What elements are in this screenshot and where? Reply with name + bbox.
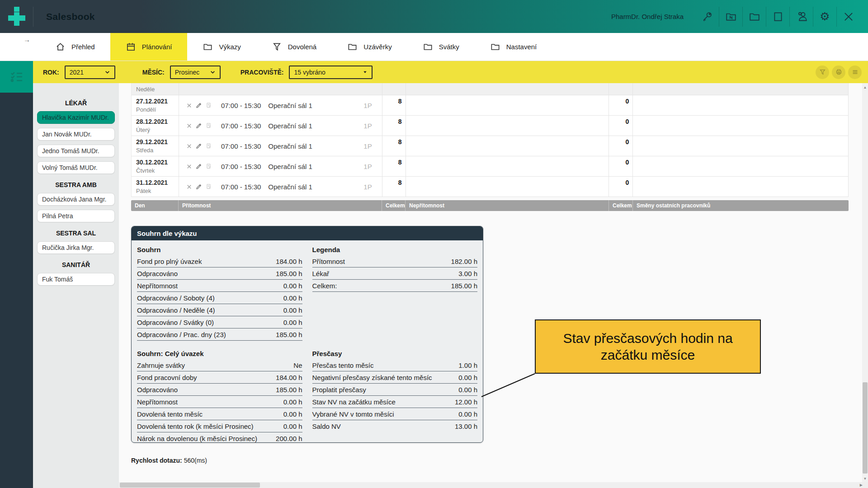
summary-row: Stav NV na začátku měsíce12.00 h — [312, 396, 478, 408]
sidebar-person[interactable]: Docházková Jana Mgr. — [37, 193, 115, 206]
folder-icon — [347, 42, 358, 52]
tab-label: Nastavení — [506, 43, 537, 51]
mesic-select[interactable]: Prosinec — [170, 66, 221, 79]
table-row-partial: 26.12.2021 Neděle 8 0 — [131, 83, 849, 95]
table-row: 29.12.2021 Středa 07:00 - 15:30 Operační… — [131, 136, 849, 156]
print-button[interactable] — [832, 66, 845, 79]
back-arrow[interactable]: → — [24, 36, 30, 43]
delete-shift-icon[interactable] — [186, 184, 192, 190]
vertical-scrollbar[interactable]: ▲ ▼ — [862, 83, 868, 483]
gear-icon[interactable]: ⚙ — [813, 7, 836, 27]
folder-icon[interactable] — [742, 7, 766, 27]
summary-row: Saldo NV13.00 h — [312, 420, 478, 432]
delete-shift-icon[interactable] — [186, 164, 192, 169]
tab-uzaverky[interactable]: Uzávěrky — [332, 33, 407, 61]
filter-button[interactable] — [816, 66, 829, 79]
sidebar-person[interactable]: Jan Novák MUDr. — [37, 128, 115, 141]
scroll-up-icon[interactable]: ▲ — [862, 84, 868, 90]
note-icon[interactable] — [206, 122, 212, 129]
rok-label: ROK: — [43, 69, 59, 76]
users-icon[interactable] — [789, 7, 813, 27]
pracoviste-label: PRACOVIŠTĚ: — [241, 69, 284, 76]
shift-place: Operační sál 1 — [268, 163, 363, 170]
delete-shift-icon[interactable] — [186, 103, 192, 108]
delete-shift-icon[interactable] — [186, 143, 192, 149]
footer-col-celkem: Celkem — [382, 200, 406, 211]
shift-place: Operační sál 1 — [268, 142, 363, 150]
chevron-down-icon — [210, 69, 216, 75]
note-icon[interactable] — [206, 163, 212, 169]
summary-row: Odpracováno / Soboty (4)0.00 h — [137, 292, 302, 304]
row-day: Neděle — [136, 86, 179, 93]
sidebar-person[interactable]: Volný Tomáš MUDr. — [37, 161, 115, 174]
tab-label: Přehled — [71, 43, 95, 51]
summary-row: Přítomnost182.00 h — [312, 255, 478, 267]
scroll-right-icon[interactable]: ▶ — [860, 482, 863, 488]
sidebar-toggle-button[interactable] — [0, 61, 33, 93]
horizontal-scrollbar[interactable]: ▶ — [119, 482, 868, 488]
edit-shift-icon[interactable] — [196, 143, 202, 149]
group-title-sestra-amb: SESTRA AMB — [33, 181, 119, 188]
query-speed-status: Rychlost dotazu: 560(ms) — [131, 457, 207, 464]
tab-svatky[interactable]: Svátky — [407, 33, 475, 61]
tab-nastaveni[interactable]: Nastavení — [475, 33, 552, 61]
vertical-scrollbar-thumb[interactable] — [863, 382, 868, 474]
menu-icon — [852, 69, 859, 75]
menu-button[interactable] — [848, 66, 862, 79]
nav-bar: → Přehled Plánování Výkazy Dovolená — [0, 33, 868, 61]
tab-label: Výkazy — [219, 43, 241, 51]
sidebar-person-selected[interactable]: Hlavička Kazimír MUDr. — [37, 111, 115, 124]
rok-select[interactable]: 2021 — [65, 66, 115, 79]
note-icon[interactable] — [206, 143, 212, 149]
edit-shift-icon[interactable] — [196, 183, 202, 190]
square-icon[interactable] — [766, 7, 789, 27]
folder-n-icon[interactable] — [719, 7, 742, 27]
table-footer-header: Den Přítomnost Celkem Nepřítomnost Celke… — [131, 200, 849, 211]
app-header: Salesbook PharmDr. Ondřej Straka — [0, 0, 868, 33]
header-divider — [33, 7, 33, 27]
footer-col-pritomnost: Přítomnost — [179, 200, 382, 211]
summary-row: Nepřítomnost0.00 h — [137, 396, 302, 408]
funnel-icon — [819, 69, 826, 75]
shift-time: 07:00 - 15:30 — [221, 183, 261, 191]
edit-shift-icon[interactable] — [196, 163, 202, 169]
group-title-sestra-sal: SESTRA SAL — [33, 230, 119, 237]
tab-dovolena[interactable]: Dovolená — [256, 33, 332, 61]
row-absent-total: 0 — [609, 136, 633, 156]
row-date: 29.12.2021 — [136, 138, 179, 145]
tab-label: Uzávěrky — [363, 43, 392, 51]
shift-tag: 1P — [363, 102, 372, 109]
row-absent-total: 0 — [609, 116, 633, 136]
sidebar-person[interactable]: Jedno Tomáš MUDr. — [37, 145, 115, 157]
shift-time: 07:00 - 15:30 — [221, 102, 261, 109]
row-present-total: 8 — [382, 95, 406, 115]
summary-row: Negativní přesčasy získané tento měsíc0.… — [312, 371, 478, 384]
horizontal-scrollbar-thumb[interactable] — [120, 483, 260, 488]
tab-vykazy[interactable]: Výkazy — [187, 33, 256, 61]
note-icon[interactable] — [206, 102, 212, 108]
footer-col-den: Den — [131, 200, 179, 211]
scroll-down-icon[interactable]: ▼ — [862, 475, 868, 482]
close-icon[interactable] — [836, 7, 860, 27]
pracoviste-select[interactable]: 15 vybráno — [289, 66, 373, 79]
chevron-down-icon — [104, 69, 110, 75]
section-title: Souhrn — [137, 243, 302, 255]
row-date: 31.12.2021 — [136, 179, 179, 186]
summary-row: Vybrané NV v tomto měsíci0.00 h — [312, 408, 478, 420]
note-icon[interactable] — [206, 183, 212, 190]
delete-shift-icon[interactable] — [186, 123, 192, 129]
key-icon[interactable] — [695, 7, 719, 27]
sidebar-person[interactable]: Fuk Tomáš — [37, 273, 115, 286]
sidebar: LÉKAŘ Hlavička Kazimír MUDr. Jan Novák M… — [33, 83, 119, 488]
edit-shift-icon[interactable] — [196, 122, 202, 129]
summary-row: Odpracováno185.00 h — [137, 384, 302, 396]
sidebar-person[interactable]: Pilná Petra — [37, 210, 115, 222]
footer-col-nepritomnost: Nepřítomnost — [406, 200, 609, 211]
app-logo-icon — [0, 0, 33, 33]
edit-shift-icon[interactable] — [196, 102, 202, 108]
summary-row: Proplatit přesčasy0.00 h — [312, 384, 478, 396]
sidebar-person[interactable]: Ručička Jirka Mgr. — [37, 241, 115, 254]
table-row: 28.12.2021 Úterý 07:00 - 15:30 Operační … — [131, 116, 849, 136]
tab-planovani[interactable]: Plánování — [110, 33, 188, 61]
tab-prehled[interactable]: Přehled — [40, 33, 110, 61]
